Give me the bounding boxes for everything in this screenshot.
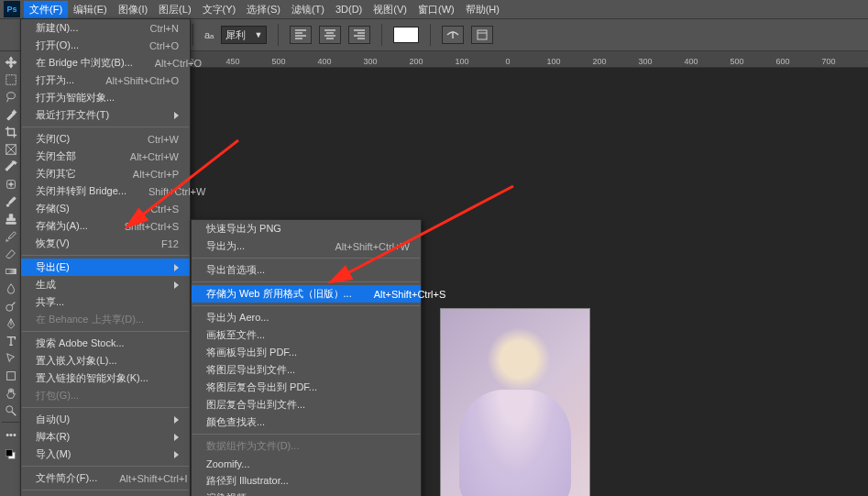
- menubar-item[interactable]: 窗口(W): [412, 1, 460, 18]
- menu-item[interactable]: 打开为...Alt+Shift+Ctrl+O: [21, 72, 190, 89]
- menubar-item[interactable]: 帮助(H): [460, 1, 505, 18]
- svg-rect-5: [6, 269, 16, 273]
- zoom-tool[interactable]: [0, 402, 22, 419]
- eraser-tool[interactable]: [0, 245, 22, 262]
- lasso-tool[interactable]: [0, 88, 22, 105]
- menu-item[interactable]: 脚本(R): [21, 428, 190, 446]
- menu-item[interactable]: 文件简介(F)...Alt+Shift+Ctrl+I: [21, 469, 190, 487]
- menu-item[interactable]: 将画板导出到 PDF...: [192, 344, 421, 361]
- menubar-item[interactable]: 滤镜(T): [286, 1, 330, 18]
- menu-item[interactable]: 渲染视频...: [192, 490, 421, 496]
- menu-item[interactable]: 导出为...Alt+Shift+Ctrl+W: [192, 237, 421, 255]
- menu-item[interactable]: 打开(O)...Ctrl+O: [21, 37, 190, 54]
- menu-item[interactable]: 快速导出为 PNG: [192, 220, 421, 237]
- marquee-tool[interactable]: [0, 71, 22, 88]
- menu-item[interactable]: 路径到 Illustrator...: [192, 472, 421, 490]
- edit-toolbar-button[interactable]: •••: [0, 425, 22, 443]
- menu-item[interactable]: 将图层复合导出到 PDF...: [192, 379, 421, 396]
- path-select-tool[interactable]: [0, 349, 22, 367]
- crop-tool[interactable]: [0, 123, 22, 140]
- menu-item[interactable]: 自动(U): [21, 411, 190, 428]
- menu-item[interactable]: 导入(M): [21, 446, 190, 463]
- menu-item: 打包(G)...: [21, 387, 190, 404]
- menu-item[interactable]: 导出为 Aero...: [192, 309, 421, 326]
- antialiasing-label: aa: [204, 29, 214, 40]
- menu-item[interactable]: 新建(N)...Ctrl+N: [21, 19, 190, 37]
- menu-separator: [22, 490, 189, 490]
- menu-item[interactable]: 最近打开文件(T): [21, 106, 190, 124]
- svg-rect-7: [7, 371, 16, 380]
- stamp-tool[interactable]: [0, 210, 22, 227]
- file-menu: 新建(N)...Ctrl+N打开(O)...Ctrl+O在 Bridge 中浏览…: [20, 18, 191, 496]
- svg-rect-10: [5, 449, 12, 456]
- healing-tool[interactable]: [0, 175, 22, 193]
- eyedropper-tool[interactable]: [0, 158, 22, 175]
- blur-tool[interactable]: [0, 280, 22, 297]
- menu-item[interactable]: 生成: [21, 276, 190, 293]
- menubar-item[interactable]: 选择(S): [241, 1, 286, 18]
- menu-item[interactable]: 恢复(V)F12: [21, 235, 190, 252]
- gradient-tool[interactable]: [0, 262, 22, 280]
- submenu-arrow-icon: [174, 264, 179, 271]
- menu-item[interactable]: 导出(E): [21, 259, 190, 276]
- export-submenu: 快速导出为 PNG导出为...Alt+Shift+Ctrl+W导出首选项...存…: [191, 219, 422, 496]
- menu-item[interactable]: 搜索 Adobe Stock...: [21, 335, 190, 352]
- menubar-item[interactable]: 文字(Y): [197, 1, 242, 18]
- svg-rect-0: [478, 30, 487, 39]
- menu-item[interactable]: 画板至文件...: [192, 326, 421, 344]
- menu-item[interactable]: 图层复合导出到文件...: [192, 396, 421, 413]
- shape-tool[interactable]: [0, 367, 22, 384]
- menu-separator: [22, 331, 189, 332]
- menu-item[interactable]: 置入嵌入对象(L)...: [21, 352, 190, 369]
- menu-item[interactable]: 导出首选项...: [192, 261, 421, 279]
- menu-separator: [22, 466, 189, 467]
- menu-item[interactable]: 存储为(A)...Shift+Ctrl+S: [21, 217, 190, 235]
- svg-rect-1: [6, 74, 16, 84]
- menu-separator: [22, 255, 189, 256]
- menu-item: 在 Behance 上共享(D)...: [21, 311, 190, 328]
- hand-tool[interactable]: [0, 384, 22, 402]
- dodge-tool[interactable]: [0, 297, 22, 314]
- menu-item[interactable]: 关闭(C)Ctrl+W: [21, 130, 190, 148]
- antialiasing-select[interactable]: 犀利▼: [221, 26, 267, 44]
- menu-item[interactable]: 存储为 Web 所用格式（旧版）...Alt+Shift+Ctrl+S: [192, 285, 421, 303]
- menubar: Ps 文件(F)编辑(E)图像(I)图层(L)文字(Y)选择(S)滤镜(T)3D…: [0, 0, 868, 18]
- menu-item[interactable]: 置入链接的智能对象(K)...: [21, 369, 190, 387]
- pen-tool[interactable]: [0, 314, 22, 332]
- warp-text-button[interactable]: [442, 26, 464, 44]
- frame-tool[interactable]: [0, 140, 22, 158]
- menubar-item[interactable]: 图像(I): [113, 1, 153, 18]
- menu-item[interactable]: 关闭并转到 Bridge...Shift+Ctrl+W: [21, 182, 190, 200]
- svg-point-8: [6, 405, 13, 412]
- document-image: [440, 308, 590, 496]
- submenu-arrow-icon: [174, 451, 179, 458]
- menu-item: 数据组作为文件(D)...: [192, 437, 421, 455]
- align-right-button[interactable]: [348, 26, 370, 44]
- menu-item[interactable]: 颜色查找表...: [192, 413, 421, 431]
- menu-item[interactable]: 存储(S)Ctrl+S: [21, 200, 190, 217]
- menubar-item[interactable]: 编辑(E): [68, 1, 113, 18]
- menu-separator: [192, 258, 420, 259]
- menu-item[interactable]: 关闭全部Alt+Ctrl+W: [21, 148, 190, 165]
- menu-item[interactable]: 打开为智能对象...: [21, 89, 190, 106]
- menu-item[interactable]: Zoomify...: [192, 455, 421, 472]
- type-tool[interactable]: [0, 332, 22, 349]
- move-tool[interactable]: [0, 53, 22, 71]
- menubar-item[interactable]: 视图(V): [368, 1, 412, 18]
- menubar-item[interactable]: 3D(D): [330, 2, 368, 17]
- menu-item[interactable]: 在 Bridge 中浏览(B)...Alt+Ctrl+O: [21, 54, 190, 72]
- character-panel-button[interactable]: [471, 26, 493, 44]
- align-center-button[interactable]: [319, 26, 341, 44]
- menu-item[interactable]: 共享...: [21, 293, 190, 311]
- color-swatches[interactable]: [0, 443, 22, 467]
- menubar-item[interactable]: 图层(L): [153, 1, 196, 18]
- menu-item[interactable]: 关闭其它Alt+Ctrl+P: [21, 165, 190, 182]
- menubar-item[interactable]: 文件(F): [24, 1, 68, 18]
- menu-item[interactable]: 将图层导出到文件...: [192, 361, 421, 379]
- brush-tool[interactable]: [0, 193, 22, 210]
- submenu-arrow-icon: [174, 434, 179, 441]
- history-brush-tool[interactable]: [0, 227, 22, 245]
- align-left-button[interactable]: [290, 26, 312, 44]
- wand-tool[interactable]: [0, 105, 22, 123]
- text-color-swatch[interactable]: [393, 27, 419, 43]
